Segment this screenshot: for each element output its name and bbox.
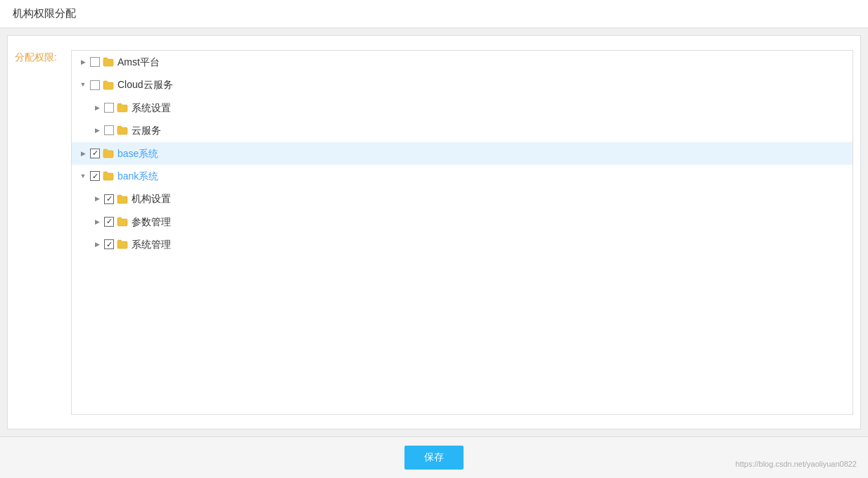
checkbox-bank[interactable]: [90, 171, 100, 181]
chevron-amst[interactable]: [77, 56, 89, 68]
main-content: 分配权限: Amst平台Cloud云服务系统设置云服务base系统bank系统机…: [7, 35, 861, 429]
chevron-base[interactable]: [77, 148, 89, 159]
label-cloud-svc: 云服务: [132, 122, 161, 138]
folder-icon-cloud-svc: [117, 125, 128, 135]
label-cloud: Cloud云服务: [117, 77, 173, 92]
folder-icon-bank-org: [117, 194, 128, 204]
page-title: 机构权限分配: [13, 7, 76, 19]
checkbox-base[interactable]: [90, 149, 100, 158]
label-bank-param: 参数管理: [132, 214, 171, 229]
checkbox-cloud[interactable]: [90, 80, 100, 90]
tree-item-cloud-svc[interactable]: 云服务: [72, 119, 853, 141]
folder-icon-cloud-sys: [117, 103, 128, 113]
tree-item-bank[interactable]: bank系统: [72, 165, 853, 187]
watermark: https://blog.csdn.net/yaoliyuan0822: [736, 460, 857, 468]
tree-item-bank-param[interactable]: 参数管理: [72, 210, 853, 233]
folder-icon-bank-param: [117, 217, 128, 227]
tree-item-base[interactable]: base系统: [72, 142, 853, 165]
folder-icon-amst: [103, 57, 114, 67]
checkbox-bank-param[interactable]: [104, 217, 114, 227]
folder-icon-base: [103, 149, 114, 158]
label-cloud-sys: 系统设置: [132, 100, 171, 115]
save-button[interactable]: 保存: [404, 446, 464, 470]
tree-item-cloud-sys[interactable]: 系统设置: [72, 96, 853, 119]
chevron-bank-param[interactable]: [91, 216, 103, 227]
form-section: 分配权限: Amst平台Cloud云服务系统设置云服务base系统bank系统机…: [8, 36, 860, 429]
checkbox-bank-sys[interactable]: [104, 239, 114, 249]
folder-icon-bank: [103, 171, 114, 181]
checkbox-bank-org[interactable]: [104, 194, 114, 204]
chevron-bank[interactable]: [77, 170, 89, 182]
chevron-cloud[interactable]: [77, 80, 89, 91]
chevron-cloud-svc[interactable]: [91, 125, 103, 136]
tree-item-amst[interactable]: Amst平台: [72, 51, 853, 73]
label-amst: Amst平台: [117, 54, 160, 70]
tree-item-bank-sys[interactable]: 系统管理: [72, 233, 853, 256]
checkbox-cloud-sys[interactable]: [104, 103, 114, 113]
folder-icon-bank-sys: [117, 239, 128, 249]
chevron-bank-org[interactable]: [91, 194, 103, 205]
chevron-bank-sys[interactable]: [91, 239, 103, 250]
tree-item-cloud[interactable]: Cloud云服务: [72, 73, 853, 96]
tree-container[interactable]: Amst平台Cloud云服务系统设置云服务base系统bank系统机构设置参数管…: [71, 50, 853, 415]
form-label: 分配权限:: [15, 50, 71, 415]
label-bank: bank系统: [117, 168, 158, 184]
page-header: 机构权限分配: [0, 0, 868, 28]
footer: 保存 https://blog.csdn.net/yaoliyuan0822: [0, 436, 868, 478]
checkbox-amst[interactable]: [90, 57, 100, 67]
label-bank-org: 机构设置: [132, 191, 171, 206]
label-bank-sys: 系统管理: [132, 237, 171, 252]
label-base: base系统: [117, 146, 158, 161]
folder-icon-cloud: [103, 80, 114, 90]
tree-item-bank-org[interactable]: 机构设置: [72, 187, 853, 210]
chevron-cloud-sys[interactable]: [91, 102, 103, 113]
checkbox-cloud-svc[interactable]: [104, 125, 114, 135]
